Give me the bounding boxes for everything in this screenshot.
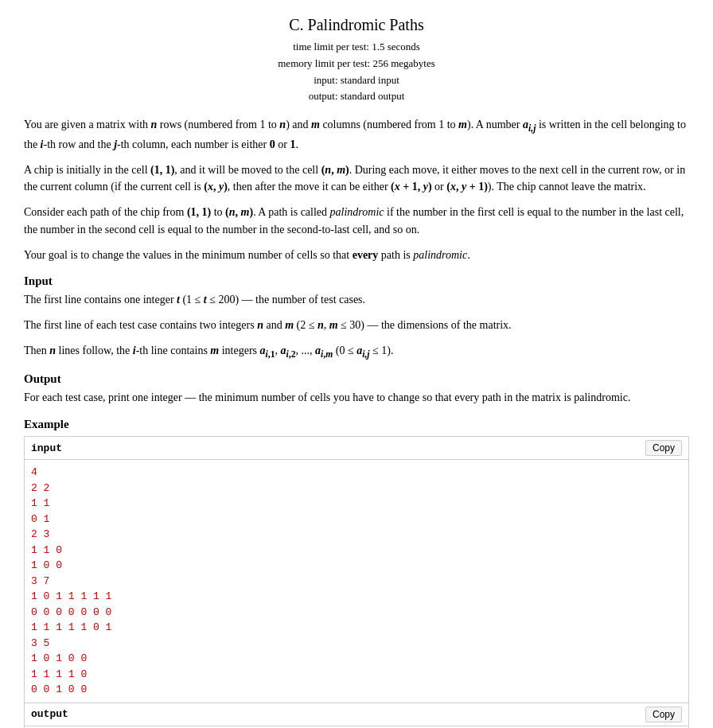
problem-description: You are given a matrix with n rows (numb… — [24, 116, 689, 263]
input-line: 1 1 — [31, 496, 682, 512]
output-block: output Copy 0 3 4 4 — [24, 703, 689, 728]
input-header: input Copy — [25, 437, 688, 460]
time-limit: time limit per test: 1.5 seconds — [24, 39, 689, 56]
input-line: 2 3 — [31, 527, 682, 543]
input-line: 0 1 — [31, 512, 682, 528]
input-label: input — [31, 442, 62, 454]
memory-limit: memory limit per test: 256 megabytes — [24, 56, 689, 72]
input-line: 1 0 1 0 0 — [31, 651, 682, 667]
input-block: input Copy 4 2 2 1 1 0 1 2 3 1 1 0 1 0 0… — [24, 436, 689, 703]
output-type: output: standard output — [24, 88, 689, 105]
copy-input-button[interactable]: Copy — [645, 440, 682, 456]
output-section-header: Output — [24, 372, 689, 386]
input-line: 1 1 1 1 1 0 1 — [31, 620, 682, 636]
input-line: 1 1 1 1 0 — [31, 667, 682, 683]
input-line: 3 5 — [31, 636, 682, 652]
meta-info: time limit per test: 1.5 seconds memory … — [24, 39, 689, 105]
input-line: 1 0 0 — [31, 558, 682, 574]
input-description: The first line contains one integer t (1… — [24, 291, 689, 361]
output-label: output — [31, 708, 68, 720]
output-header: output Copy — [25, 703, 688, 726]
input-section-header: Input — [24, 274, 689, 288]
input-line: 2 2 — [31, 481, 682, 496]
input-line: 1 0 1 1 1 1 1 — [31, 589, 682, 605]
output-description: For each test case, print one integer — … — [24, 389, 689, 407]
input-line: 0 0 1 0 0 — [31, 682, 682, 698]
input-line: 0 0 0 0 0 0 0 — [31, 605, 682, 621]
problem-title: C. Palindromic Paths — [24, 16, 689, 34]
input-content: 4 2 2 1 1 0 1 2 3 1 1 0 1 0 0 3 7 1 0 1 … — [25, 460, 688, 703]
copy-output-button[interactable]: Copy — [645, 707, 682, 722]
input-line: 4 — [31, 465, 682, 481]
input-line: 3 7 — [31, 574, 682, 590]
input-line: 1 1 0 — [31, 543, 682, 559]
example-header: Example — [24, 418, 689, 431]
input-type: input: standard input — [24, 72, 689, 89]
